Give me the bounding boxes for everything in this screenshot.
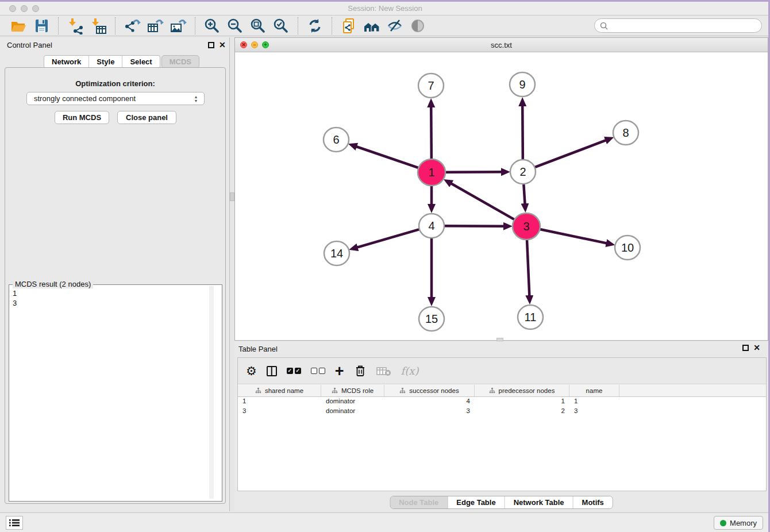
table-toolbar: ⚙ ✓✓ + f(x)	[238, 358, 766, 384]
cell-shared-name[interactable]: 1	[238, 397, 321, 407]
graph-edge-2-9[interactable]	[522, 106, 523, 159]
export-table-icon[interactable]	[146, 17, 164, 34]
zoom-selected-icon[interactable]	[272, 17, 290, 34]
graph-edge-4-14[interactable]	[357, 229, 419, 248]
mcds-result-group: MCDS result (2 nodes) 1 3	[9, 284, 222, 502]
cell-successor-nodes[interactable]: 4	[384, 397, 475, 407]
column-header-predecessor-nodes[interactable]: predecessor nodes	[475, 385, 569, 396]
graph-edge-3-10[interactable]	[540, 229, 606, 243]
cell-name[interactable]: 3	[569, 407, 619, 417]
refresh-view-icon[interactable]	[306, 17, 324, 34]
graph-node-label-2: 2	[519, 165, 526, 178]
column-header-shared-name[interactable]: shared name	[238, 385, 321, 396]
import-table-icon[interactable]	[89, 17, 107, 34]
tab-node-table[interactable]: Node Table	[390, 496, 448, 508]
criterion-value: strongly connected component	[34, 94, 136, 103]
save-session-icon[interactable]	[32, 17, 51, 34]
column-header-successor-nodes[interactable]: successor nodes	[384, 385, 475, 396]
memory-button[interactable]: Memory	[714, 516, 763, 530]
export-image-icon[interactable]	[169, 17, 187, 34]
toolbar-separator	[298, 17, 298, 34]
node-table-header: shared name MCDS role successor nodes pr…	[238, 385, 766, 397]
deselect-all-checkboxes-icon[interactable]	[311, 363, 325, 380]
result-scrollbar[interactable]	[209, 286, 214, 499]
cell-name[interactable]: 1	[569, 397, 619, 407]
search-field[interactable]	[594, 18, 762, 33]
graph-node-label-1: 1	[428, 166, 434, 179]
hide-graphics-details-icon[interactable]	[386, 17, 404, 34]
attribute-type-icon	[399, 388, 406, 394]
table-close-icon[interactable]: ✕	[753, 344, 760, 352]
cell-predecessor-nodes[interactable]: 1	[475, 397, 569, 407]
network-canvas[interactable]: 7968124314101511	[235, 52, 768, 340]
graph-edge-4-3[interactable]	[444, 226, 504, 226]
attribute-type-icon	[489, 388, 495, 394]
table-row[interactable]: 1 dominator 4 1 1	[238, 397, 766, 407]
home-layout-icon[interactable]	[363, 17, 381, 34]
float-panel-icon[interactable]	[208, 42, 214, 48]
background-window-edge-top	[0, 0, 770, 2]
run-mcds-button[interactable]: Run MCDS	[55, 111, 109, 124]
delete-row-trash-icon[interactable]	[354, 363, 367, 380]
tab-mcds[interactable]: MCDS	[161, 55, 199, 68]
graph-edge-1-6[interactable]	[356, 147, 418, 168]
tab-network[interactable]: Network	[44, 56, 89, 68]
memory-status-icon	[720, 520, 726, 526]
cell-predecessor-nodes[interactable]: 2	[475, 407, 569, 417]
graph-node-label-3: 3	[523, 220, 529, 233]
select-all-checkboxes-icon[interactable]: ✓✓	[287, 363, 301, 380]
tab-edge-table[interactable]: Edge Table	[448, 496, 505, 508]
zoom-out-icon[interactable]	[226, 17, 244, 34]
graph-edge-2-3[interactable]	[523, 184, 525, 204]
mcds-tab-content: Optimization criterion: strongly connect…	[5, 67, 226, 504]
table-panel-title: Table Panel	[238, 345, 278, 353]
tab-network-table[interactable]: Network Table	[505, 496, 573, 508]
network-window-titlebar[interactable]: ✕ − + scc.txt	[235, 38, 768, 52]
toolbar-separator	[195, 17, 195, 34]
tab-select[interactable]: Select	[122, 56, 159, 68]
network-collapse-handle[interactable]	[496, 338, 503, 341]
cell-shared-name[interactable]: 3	[238, 407, 321, 417]
window-title: Session: New Session	[0, 4, 770, 13]
birds-eye-view-icon[interactable]	[409, 17, 427, 34]
control-panel-title: Control Panel	[7, 41, 52, 49]
close-panel-button[interactable]: Close panel	[117, 111, 176, 124]
tab-style[interactable]: Style	[89, 56, 122, 68]
mcds-result-text[interactable]: 1 3	[13, 288, 17, 308]
tab-motifs[interactable]: Motifs	[573, 496, 613, 508]
export-network-icon[interactable]	[123, 17, 141, 34]
dropdown-stepper-icon: ▲▼	[192, 94, 200, 104]
close-panel-icon[interactable]: ✕	[219, 41, 226, 49]
add-row-icon[interactable]: +	[335, 363, 344, 380]
cell-mcds-role[interactable]: dominator	[321, 397, 384, 407]
split-panel-icon[interactable]	[267, 363, 277, 380]
open-session-icon[interactable]	[9, 17, 28, 34]
panel-splitter-handle[interactable]	[230, 192, 234, 201]
duplicate-network-icon[interactable]	[340, 17, 358, 34]
cell-mcds-role[interactable]: dominator	[321, 407, 384, 417]
zoom-fit-icon[interactable]	[249, 17, 267, 34]
graph-node-label-15: 15	[425, 313, 438, 325]
search-input[interactable]	[609, 20, 761, 32]
table-row[interactable]: 3 dominator 3 2 3	[238, 407, 766, 417]
table-settings-gear-icon[interactable]: ⚙	[246, 363, 257, 380]
table-float-icon[interactable]	[742, 345, 749, 351]
task-history-button[interactable]	[6, 516, 23, 530]
graph-edge-3-11[interactable]	[527, 240, 529, 296]
graph-edge-1-2[interactable]	[445, 172, 502, 172]
cell-successor-nodes[interactable]: 3	[384, 407, 475, 417]
graph-edge-3-1[interactable]	[451, 183, 514, 219]
function-builder-icon[interactable]: f(x)	[401, 363, 419, 380]
delete-table-icon[interactable]	[376, 363, 391, 380]
table-tabs: Node Table Edge Table Network Table Moti…	[390, 496, 613, 509]
graph-edge-2-8[interactable]	[535, 140, 606, 167]
zoom-in-icon[interactable]	[203, 17, 221, 34]
graph-node-label-6: 6	[333, 133, 339, 146]
import-network-icon[interactable]	[66, 17, 84, 34]
criterion-dropdown[interactable]: strongly connected component ▲▼	[26, 92, 205, 105]
graph-edge-1-7[interactable]	[431, 107, 432, 159]
node-table-container: ⚙ ✓✓ + f(x) shared name MCDS role	[237, 357, 767, 491]
status-bar: Memory	[0, 512, 770, 532]
column-header-name[interactable]: name	[569, 385, 619, 396]
column-header-mcds-role[interactable]: MCDS role	[321, 385, 384, 396]
